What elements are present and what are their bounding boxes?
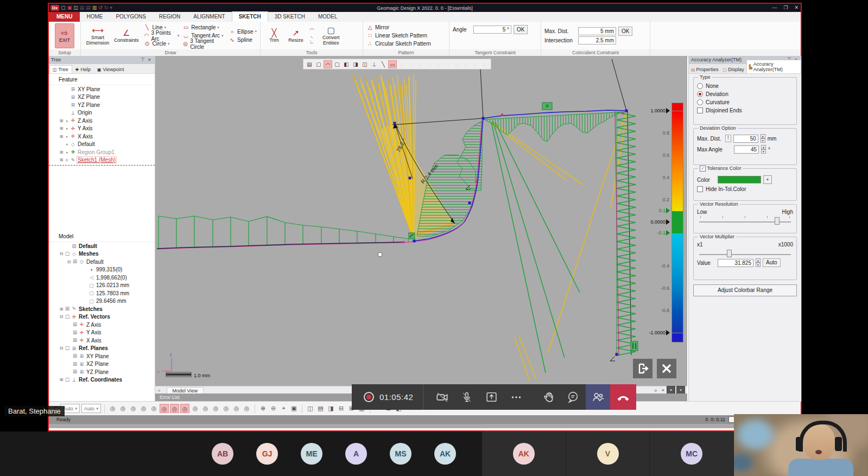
tree-item[interactable]: ⊟ ☐ ⊞ Ref. Planes [49,345,155,353]
tree-item[interactable]: ⊞ ● ✛ X Axis [49,132,155,141]
view-polyface-icon[interactable]: ◎ [149,404,159,413]
mesh-display-icon[interactable]: ▢ [333,60,341,68]
hide-in-tol-checkbox[interactable]: Hide In-Tol.Color [697,185,793,193]
ribbon-tab[interactable]: POLYGONS [109,12,152,22]
visibility-checkbox[interactable]: ☒ [64,306,71,312]
visibility-checkbox[interactable]: ☒ [72,338,78,343]
tree-item[interactable]: ⊞ XY Plane [49,85,155,93]
disjoined-ends-checkbox[interactable]: Disjoined Ends [697,106,793,115]
analyzer-tab[interactable]: ▤Properties [689,66,721,73]
ribbon-tab[interactable]: HOME [80,12,109,22]
tree-item[interactable]: ▢ 126.0213 mm [49,282,155,290]
mic-toggle-button[interactable] [455,384,479,410]
open-file-icon[interactable]: ▣ [67,5,72,11]
circle-button[interactable]: ⊙ Circle ▾ [144,40,180,47]
ribbon-tab[interactable]: 3D SKETCH [268,12,312,22]
vector-resolution-slider[interactable] [699,216,791,224]
view-3d-sketches-icon[interactable]: ◎ [170,404,179,413]
color-dropdown-button[interactable]: ▾ [763,175,772,184]
exit-sketch-mode-button[interactable]: ⇨ EXIT [55,23,74,48]
participant-tile[interactable]: AK [482,431,566,476]
mirror-button[interactable]: △ Mirror [366,24,431,31]
tool-mini-icon[interactable]: ◟ [309,33,314,39]
close-view-icon[interactable]: × [662,388,664,393]
select-ellipse-icon[interactable]: ◌ [407,60,415,68]
max-angle-spinner[interactable]: ▲▼ [761,145,766,154]
tree-item[interactable]: ⊞ ☒ ✎ Sketches [49,305,155,313]
vector-multiplier-slider[interactable] [699,249,791,256]
hang-up-button[interactable] [610,384,636,410]
visibility-checkbox[interactable]: ☒ [72,353,78,359]
minimize-button[interactable]: — [772,4,777,12]
tree-item[interactable]: ⊟ ☒ ◇ Default [49,258,155,266]
view-front-plane-icon[interactable]: ◧ [342,60,351,68]
angle-input[interactable]: 5 ° [473,26,511,34]
tree-item[interactable]: ⊞ ● ❖ Region Group1 [49,148,155,156]
view-split-plane-icon[interactable]: ◫ [360,60,369,68]
select-rectangle-icon[interactable]: ▭ [388,60,397,68]
tree-item[interactable]: ▢ 125.7803 mm [49,289,155,297]
view-curves-icon[interactable]: ◎ [191,404,200,413]
visibility-checkbox[interactable]: ☒ [72,322,78,327]
zoom-fit-icon[interactable]: ⌖ [279,404,288,413]
participants-button[interactable] [586,384,610,410]
tree-item[interactable]: ▢ 29.6456 mm [49,297,155,306]
parallel-constraint-badge[interactable] [631,341,638,351]
print-preview-icon[interactable]: ▤ [86,5,91,11]
resize-button[interactable]: ↗ Resize [286,28,306,43]
equal-constraint-badge[interactable]: = [542,103,552,110]
analyzer-tab[interactable]: ▙Accuracy Analyzer(TM) [746,60,801,73]
participant-avatar[interactable]: ME [301,443,322,465]
tangent-ok-button[interactable]: OK [514,25,528,34]
warning-button[interactable]: ! [725,135,731,142]
display-shaded-icon[interactable]: ▤ [316,404,325,413]
tolerance-color-swatch[interactable] [718,176,761,183]
visibility-checkbox[interactable]: ☒ [72,361,78,367]
share-screen-button[interactable] [479,384,504,410]
tree-item[interactable]: ▥ Default [49,242,155,250]
webcam-video-tile[interactable] [734,414,868,476]
tree-item[interactable]: ☒ ✛ Z Axis [49,321,155,329]
ribbon-tab[interactable]: MODEL [312,12,344,22]
tree-item[interactable]: ⊞ XZ Plane [49,93,155,101]
constraints-button[interactable]: ∠ Constraints [112,25,141,46]
tree-item[interactable]: ⊞ ☐ ⊥ Ref. Coordinates [49,376,155,384]
display-collapse-icon[interactable]: ⊟ [337,404,346,413]
participant-tile[interactable]: MC [650,431,734,476]
tree-panel-tab[interactable]: ◫Tree [49,65,72,73]
view-coordinates-icon[interactable]: ◎ [232,404,241,413]
view-sketches-icon[interactable]: ◎ [160,404,169,413]
spline-button[interactable]: ∿ Spline [229,36,257,43]
camera-toggle-button[interactable] [430,384,454,410]
tree-item[interactable]: ☒ ✛ X Axis [49,337,155,345]
participant-tile[interactable]: V [566,431,650,476]
type-radio[interactable]: Deviation [697,90,793,98]
select-extend-icon[interactable]: ◌ [453,60,461,68]
tolerance-color-checkbox[interactable]: ✓ [700,166,706,172]
type-radio[interactable]: Curvature [697,98,793,106]
tool-mini-icon[interactable]: ◠ [309,27,314,33]
model-view-tab[interactable]: Model View [167,387,204,394]
model-viewport[interactable]: 78.2 ° R 2.4 mm = [155,56,687,386]
cancel-sketch-button[interactable] [657,359,676,378]
tree-item[interactable]: ⊥ Origin [49,109,155,117]
deviation-overlay-icon[interactable]: ◠ [324,60,332,68]
tree-item[interactable]: ▪ 999,315(0) [49,266,155,274]
save-icon[interactable]: ◫ [73,5,78,11]
more-options-button[interactable] [504,384,529,410]
analyzer-tab[interactable]: ▢Display [721,66,746,73]
tool-mini-icon[interactable]: ∟ [309,39,314,45]
select-line-icon[interactable]: ╲ [379,60,388,68]
smart-dimension-button[interactable]: ⟷ Smart Dimension [84,25,111,46]
tree-item[interactable]: ⊞ ● ✛ Y Axis [49,125,155,133]
tree-item[interactable]: ● ◇ Default [49,141,155,149]
max-angle-input[interactable]: 45 [734,145,759,154]
visibility-checkbox[interactable]: ☒ [72,369,78,375]
close-icon[interactable]: × [147,56,153,64]
next-view-icon[interactable]: ▹ [655,388,657,393]
select-paint-icon[interactable]: ◌ [434,60,443,68]
exit-sketch-confirm-button[interactable] [633,359,652,378]
import-icon[interactable]: ▥ [92,5,97,11]
visibility-checkbox[interactable]: ☐ [64,346,71,351]
participant-avatar[interactable]: AB [212,443,233,465]
